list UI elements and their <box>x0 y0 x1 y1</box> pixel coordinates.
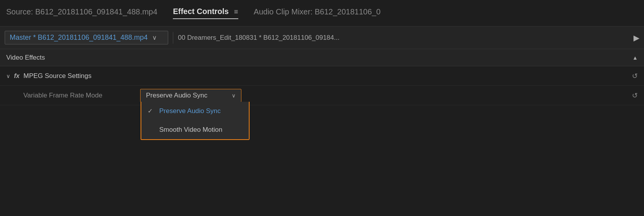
tab-bar: Source: B612_20181106_091841_488.mp4 Eff… <box>0 0 644 27</box>
clip-bar: Master * B612_20181106_091841_488.mp4 ∨ … <box>0 27 644 49</box>
mpeg-chevron-icon[interactable]: ∨ <box>6 73 10 79</box>
vfr-dropdown[interactable]: Preserve Audio Sync ∨ ✓ Preserve Audio S… <box>140 89 241 102</box>
main-content: Video Effects ▲ ∨ fx MPEG Source Setting… <box>0 49 644 216</box>
tab-menu-icon[interactable]: ≡ <box>234 8 238 16</box>
tab-audio-mixer-label: Audio Clip Mixer: B612_20181106_0 <box>254 7 381 16</box>
tab-effect-controls-label: Effect Controls <box>173 7 229 16</box>
tab-source-label: Source: B612_20181106_091841_488.mp4 <box>6 7 157 16</box>
clip-selector-chevron-icon: ∨ <box>152 34 157 41</box>
master-clip-label: Master * B612_20181106_091841_488.mp4 <box>10 34 148 42</box>
mpeg-reset-icon[interactable]: ↺ <box>632 72 638 80</box>
master-clip-selector[interactable]: Master * B612_20181106_091841_488.mp4 ∨ <box>5 31 168 44</box>
sequence-label: 00 Dreamers_Edit_180831 * B612_20181106_… <box>178 34 630 42</box>
play-button[interactable]: ▶ <box>633 33 639 42</box>
empty-check-icon <box>148 126 155 133</box>
smooth-video-motion-label: Smooth Video Motion <box>159 126 222 134</box>
tab-audio-mixer[interactable]: Audio Clip Mixer: B612_20181106_0 <box>254 7 381 19</box>
vfr-label: Variable Frame Rate Mode <box>23 92 140 99</box>
tab-effect-controls[interactable]: Effect Controls ≡ <box>173 7 238 19</box>
mpeg-source-settings-row: ∨ fx MPEG Source Settings ↺ <box>0 66 644 86</box>
video-effects-title: Video Effects <box>6 54 45 62</box>
clip-bar-divider <box>173 32 173 44</box>
mpeg-source-inner: ∨ fx MPEG Source Settings <box>6 72 91 80</box>
video-effects-header: Video Effects ▲ <box>0 49 644 66</box>
dropdown-chevron-icon: ∨ <box>232 92 236 99</box>
check-icon: ✓ <box>148 107 155 115</box>
video-effects-collapse-icon[interactable]: ▲ <box>632 55 638 61</box>
dropdown-menu: ✓ Preserve Audio Sync Smooth Video Motio… <box>141 102 250 140</box>
dropdown-current-value: Preserve Audio Sync <box>146 92 208 99</box>
vfr-reset-icon[interactable]: ↺ <box>632 91 638 100</box>
dropdown-item-preserve-audio-sync[interactable]: ✓ Preserve Audio Sync <box>141 102 249 120</box>
preserve-audio-sync-label: Preserve Audio Sync <box>159 107 221 115</box>
vfr-row-container: Variable Frame Rate Mode Preserve Audio … <box>0 86 644 105</box>
vfr-row: Variable Frame Rate Mode Preserve Audio … <box>0 86 644 105</box>
dropdown-item-smooth-video-motion[interactable]: Smooth Video Motion <box>141 120 249 139</box>
mpeg-source-label: MPEG Source Settings <box>23 72 91 80</box>
tab-source[interactable]: Source: B612_20181106_091841_488.mp4 <box>6 7 157 19</box>
fx-badge: fx <box>14 73 19 80</box>
